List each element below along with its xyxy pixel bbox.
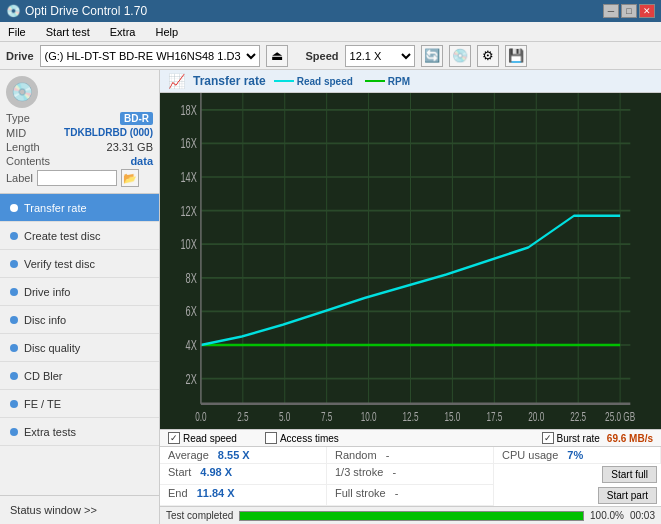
data-rows: Average 8.55 X Random - CPU usage 7% Sta… — [160, 446, 661, 506]
nav-list: Transfer rate Create test disc Verify te… — [0, 194, 159, 446]
minimize-button[interactable]: ─ — [603, 4, 619, 18]
svg-text:7.5: 7.5 — [321, 409, 332, 423]
nav-cd-bler[interactable]: CD Bler — [0, 362, 159, 390]
main-layout: 💿 Type BD-R MID TDKBLDRBD (000) Length 2… — [0, 70, 661, 524]
titlebar-title: 💿 Opti Drive Control 1.70 — [6, 4, 147, 18]
cb-access-times[interactable] — [265, 432, 277, 444]
settings-button[interactable]: ⚙ — [477, 45, 499, 67]
speed-label: Speed — [306, 50, 339, 62]
average-label: Average — [168, 449, 209, 461]
nav-disc-quality[interactable]: Disc quality — [0, 334, 159, 362]
progress-time: 00:03 — [630, 510, 655, 521]
start-part-cell: Start part — [494, 485, 661, 506]
drive-label: Drive — [6, 50, 34, 62]
svg-text:6X: 6X — [186, 303, 198, 320]
end-cell: End 11.84 X — [160, 485, 327, 506]
restore-button[interactable]: □ — [621, 4, 637, 18]
status-window-label: Status window >> — [10, 504, 97, 516]
legend-rpm-color — [365, 80, 385, 82]
full-stroke-value: - — [395, 487, 399, 499]
type-value: BD-R — [120, 112, 153, 125]
chart-svg: 18X 16X 14X 12X 10X 8X 6X 4X 2X 0.0 2.5 … — [160, 93, 661, 429]
svg-text:10X: 10X — [180, 236, 197, 253]
nav-dot — [10, 400, 18, 408]
length-label: Length — [6, 141, 40, 153]
nav-dot — [10, 260, 18, 268]
random-cell: Random - — [327, 447, 494, 464]
start-cell: Start 4.98 X — [160, 464, 327, 485]
disc-header: 💿 — [6, 76, 153, 108]
average-value: 8.55 X — [218, 449, 250, 461]
cb-burst-rate[interactable]: ✓ — [542, 432, 554, 444]
titlebar-controls: ─ □ ✕ — [603, 4, 655, 18]
save-button[interactable]: 💾 — [505, 45, 527, 67]
app-title: Opti Drive Control 1.70 — [25, 4, 147, 18]
svg-text:17.5: 17.5 — [486, 409, 502, 423]
nav-disc-info[interactable]: Disc info — [0, 306, 159, 334]
checkbox-bar: ✓ Read speed Access times ✓ Burst rate 6… — [160, 429, 661, 446]
svg-text:16X: 16X — [180, 135, 197, 152]
refresh-button[interactable]: 🔄 — [421, 45, 443, 67]
type-label: Type — [6, 112, 30, 125]
chart-header: 📈 Transfer rate Read speed RPM — [160, 70, 661, 93]
svg-text:18X: 18X — [180, 102, 197, 119]
svg-text:2.5: 2.5 — [237, 409, 248, 423]
nav-create-test-disc[interactable]: Create test disc — [0, 222, 159, 250]
progress-status: Test completed — [166, 510, 233, 521]
cpu-cell: CPU usage 7% — [494, 447, 661, 464]
eject-button[interactable]: ⏏ — [266, 45, 288, 67]
svg-text:14X: 14X — [180, 169, 197, 186]
app-icon: 💿 — [6, 4, 21, 18]
status-window-button[interactable]: Status window >> — [0, 496, 159, 524]
disc-button[interactable]: 💿 — [449, 45, 471, 67]
cpu-label: CPU usage — [502, 449, 558, 461]
menu-start-test[interactable]: Start test — [42, 24, 94, 40]
menu-file[interactable]: File — [4, 24, 30, 40]
legend-rpm-label: RPM — [388, 76, 410, 87]
svg-text:5.0: 5.0 — [279, 409, 290, 423]
nav-dot — [10, 372, 18, 380]
svg-text:8X: 8X — [186, 270, 198, 287]
nav-drive-info[interactable]: Drive info — [0, 278, 159, 306]
menu-extra[interactable]: Extra — [106, 24, 140, 40]
nav-drive-info-label: Drive info — [24, 286, 70, 298]
nav-transfer-rate[interactable]: Transfer rate — [0, 194, 159, 222]
length-value: 23.31 GB — [107, 141, 153, 153]
disc-mid-row: MID TDKBLDRBD (000) — [6, 127, 153, 139]
menubar: File Start test Extra Help — [0, 22, 661, 42]
checkbox-burst-rate[interactable]: ✓ Burst rate 69.6 MB/s — [542, 432, 654, 444]
sidebar-bottom: Status window >> — [0, 495, 159, 524]
start-full-button[interactable]: Start full — [602, 466, 657, 483]
stroke13-cell: 1/3 stroke - — [327, 464, 494, 485]
speed-select[interactable]: 12.1 X — [345, 45, 415, 67]
nav-fe-te[interactable]: FE / TE — [0, 390, 159, 418]
checkbox-read-speed[interactable]: ✓ Read speed — [168, 432, 237, 444]
svg-text:15.0: 15.0 — [444, 409, 460, 423]
start-label: Start — [168, 466, 191, 478]
chart-icon: 📈 — [168, 73, 185, 89]
chart-title: Transfer rate — [193, 74, 266, 88]
svg-text:20.0: 20.0 — [528, 409, 544, 423]
contents-value: data — [130, 155, 153, 167]
disc-icon: 💿 — [6, 76, 38, 108]
cb-read-speed[interactable]: ✓ — [168, 432, 180, 444]
svg-text:0.0: 0.0 — [195, 409, 206, 423]
chart-legend: Read speed RPM — [274, 76, 410, 87]
random-value: - — [386, 449, 390, 461]
menu-help[interactable]: Help — [151, 24, 182, 40]
label-input[interactable] — [37, 170, 117, 186]
nav-verify-test-disc-label: Verify test disc — [24, 258, 95, 270]
close-button[interactable]: ✕ — [639, 4, 655, 18]
nav-verify-test-disc[interactable]: Verify test disc — [0, 250, 159, 278]
checkbox-access-times[interactable]: Access times — [265, 432, 339, 444]
label-browse-button[interactable]: 📂 — [121, 169, 139, 187]
start-part-button[interactable]: Start part — [598, 487, 657, 504]
drive-select[interactable]: (G:) HL-DT-ST BD-RE WH16NS48 1.D3 — [40, 45, 260, 67]
nav-dot — [10, 344, 18, 352]
svg-text:22.5: 22.5 — [570, 409, 586, 423]
start-value: 4.98 X — [200, 466, 232, 478]
nav-extra-tests[interactable]: Extra tests — [0, 418, 159, 446]
nav-cd-bler-label: CD Bler — [24, 370, 63, 382]
mid-label: MID — [6, 127, 26, 139]
sidebar: 💿 Type BD-R MID TDKBLDRBD (000) Length 2… — [0, 70, 160, 524]
